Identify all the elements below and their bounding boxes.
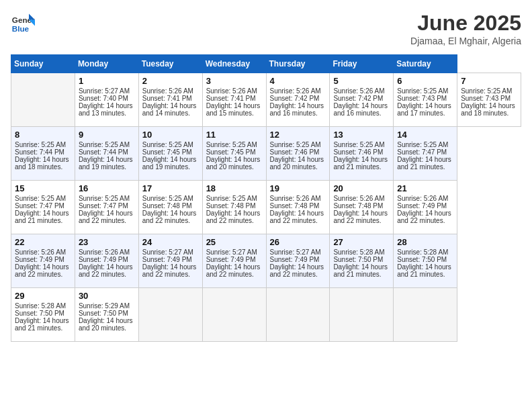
day-info-line: and 22 minutes.	[79, 217, 135, 224]
day-info-line: Sunrise: 5:28 AM	[15, 302, 71, 310]
day-number: 16	[79, 183, 135, 193]
calendar-day-13: 13Sunrise: 5:25 AMSunset: 7:46 PMDayligh…	[330, 127, 394, 181]
calendar-day-1: 1Sunrise: 5:27 AMSunset: 7:40 PMDaylight…	[75, 73, 138, 127]
day-info-line: Sunrise: 5:28 AM	[333, 248, 390, 256]
day-info-line: Daylight: 14 hours	[333, 210, 390, 217]
day-info-line: and 22 minutes.	[333, 217, 390, 224]
day-info-line: Daylight: 14 hours	[270, 210, 326, 217]
day-number: 15	[15, 183, 71, 193]
day-info-line: Sunrise: 5:27 AM	[270, 248, 326, 256]
calendar-week-row: 1Sunrise: 5:27 AMSunset: 7:40 PMDaylight…	[11, 73, 521, 127]
empty-cell	[202, 288, 266, 342]
calendar-day-15: 15Sunrise: 5:25 AMSunset: 7:47 PMDayligh…	[11, 181, 75, 234]
day-number: 3	[206, 76, 263, 86]
day-info-line: Sunset: 7:45 PM	[206, 148, 263, 156]
day-info-line: and 18 minutes.	[461, 109, 517, 117]
weekday-header-saturday: Saturday	[394, 55, 457, 73]
day-number: 8	[15, 130, 71, 140]
calendar-week-row: 29Sunrise: 5:28 AMSunset: 7:50 PMDayligh…	[11, 288, 521, 342]
day-info-line: Daylight: 14 hours	[206, 210, 263, 217]
day-info-line: Sunset: 7:43 PM	[397, 95, 453, 102]
day-info-line: and 22 minutes.	[270, 271, 326, 278]
calendar-day-16: 16Sunrise: 5:25 AMSunset: 7:47 PMDayligh…	[75, 181, 138, 234]
day-info-line: and 22 minutes.	[79, 271, 135, 278]
day-number: 26	[270, 237, 326, 247]
day-info-line: and 15 minutes.	[206, 109, 263, 117]
day-info-line: Sunrise: 5:26 AM	[270, 87, 326, 95]
day-info-line: Sunset: 7:42 PM	[270, 95, 326, 102]
weekday-header-wednesday: Wednesday	[202, 55, 266, 73]
day-number: 4	[270, 76, 326, 86]
day-info-line: and 21 minutes.	[15, 324, 71, 332]
day-info-line: Daylight: 14 hours	[206, 102, 263, 109]
day-info-line: Daylight: 14 hours	[142, 210, 199, 217]
calendar-day-10: 10Sunrise: 5:25 AMSunset: 7:45 PMDayligh…	[138, 127, 202, 181]
day-info-line: Sunset: 7:50 PM	[79, 310, 135, 317]
calendar-day-6: 6Sunrise: 5:25 AMSunset: 7:43 PMDaylight…	[394, 73, 457, 127]
day-info-line: Daylight: 14 hours	[270, 156, 326, 163]
day-info-line: Daylight: 14 hours	[79, 102, 135, 109]
calendar-day-12: 12Sunrise: 5:25 AMSunset: 7:46 PMDayligh…	[266, 127, 330, 181]
weekday-header-sunday: Sunday	[11, 55, 75, 73]
day-info-line: and 21 minutes.	[397, 163, 453, 171]
calendar-body: 1Sunrise: 5:27 AMSunset: 7:40 PMDaylight…	[11, 73, 521, 342]
day-info-line: Daylight: 14 hours	[15, 317, 71, 324]
day-number: 6	[397, 76, 453, 86]
day-info-line: Sunrise: 5:26 AM	[397, 195, 453, 202]
day-info-line: Sunset: 7:49 PM	[206, 256, 263, 263]
weekday-header-thursday: Thursday	[266, 55, 330, 73]
calendar-day-11: 11Sunrise: 5:25 AMSunset: 7:45 PMDayligh…	[202, 127, 266, 181]
day-info-line: and 20 minutes.	[206, 163, 263, 171]
calendar-day-19: 19Sunrise: 5:26 AMSunset: 7:48 PMDayligh…	[266, 181, 330, 234]
day-info-line: Sunset: 7:47 PM	[79, 202, 135, 210]
day-number: 14	[397, 130, 453, 140]
day-info-line: Sunrise: 5:29 AM	[79, 302, 135, 310]
calendar-week-row: 15Sunrise: 5:25 AMSunset: 7:47 PMDayligh…	[11, 181, 521, 234]
day-info-line: Daylight: 14 hours	[461, 102, 517, 109]
day-info-line: Daylight: 14 hours	[15, 156, 71, 163]
day-info-line: Daylight: 14 hours	[79, 317, 135, 324]
calendar-day-26: 26Sunrise: 5:27 AMSunset: 7:49 PMDayligh…	[266, 234, 330, 288]
day-info-line: Sunrise: 5:25 AM	[397, 87, 453, 95]
month-title: June 2025	[410, 11, 521, 36]
day-info-line: Sunrise: 5:28 AM	[397, 248, 453, 256]
day-number: 27	[333, 237, 390, 247]
empty-cell	[330, 288, 394, 342]
day-info-line: and 21 minutes.	[333, 163, 390, 171]
day-info-line: Daylight: 14 hours	[142, 263, 199, 271]
day-info-line: Daylight: 14 hours	[270, 102, 326, 109]
day-info-line: Daylight: 14 hours	[142, 102, 199, 109]
day-info-line: Sunset: 7:49 PM	[397, 202, 453, 210]
day-number: 24	[142, 237, 199, 247]
calendar-header: SundayMondayTuesdayWednesdayThursdayFrid…	[11, 55, 521, 73]
day-info-line: and 22 minutes.	[270, 217, 326, 224]
logo: General Blue	[11, 11, 35, 35]
day-info-line: Daylight: 14 hours	[397, 210, 453, 217]
day-info-line: Sunrise: 5:25 AM	[15, 195, 71, 202]
day-info-line: and 19 minutes.	[79, 163, 135, 171]
day-info-line: Sunrise: 5:26 AM	[270, 195, 326, 202]
day-info-line: and 22 minutes.	[142, 271, 199, 278]
day-number: 7	[461, 76, 517, 86]
calendar-day-8: 8Sunrise: 5:25 AMSunset: 7:44 PMDaylight…	[11, 127, 75, 181]
day-number: 9	[79, 130, 135, 140]
day-number: 28	[397, 237, 453, 247]
day-info-line: Sunrise: 5:25 AM	[15, 141, 71, 148]
day-info-line: and 22 minutes.	[142, 217, 199, 224]
day-info-line: Sunset: 7:48 PM	[333, 202, 390, 210]
empty-cell	[11, 73, 75, 127]
day-info-line: and 22 minutes.	[15, 271, 71, 278]
calendar-day-9: 9Sunrise: 5:25 AMSunset: 7:44 PMDaylight…	[75, 127, 138, 181]
title-block: June 2025 Djamaa, El Mghair, Algeria	[410, 11, 521, 46]
day-info-line: Sunrise: 5:26 AM	[142, 87, 199, 95]
day-info-line: Sunrise: 5:25 AM	[333, 141, 390, 148]
day-info-line: and 17 minutes.	[397, 109, 453, 117]
day-info-line: and 18 minutes.	[15, 163, 71, 171]
day-number: 17	[142, 183, 199, 193]
day-info-line: Daylight: 14 hours	[79, 263, 135, 271]
calendar-day-24: 24Sunrise: 5:27 AMSunset: 7:49 PMDayligh…	[138, 234, 202, 288]
day-info-line: Daylight: 14 hours	[142, 156, 199, 163]
day-info-line: and 21 minutes.	[397, 271, 453, 278]
day-info-line: Sunset: 7:49 PM	[270, 256, 326, 263]
day-info-line: Sunset: 7:48 PM	[142, 202, 199, 210]
